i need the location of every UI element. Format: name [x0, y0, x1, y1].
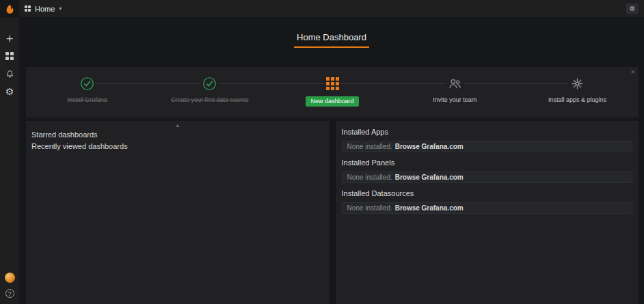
step-install-plugins[interactable]: Install apps & plugins [516, 67, 639, 118]
new-dashboard-badge: New dashboard [306, 96, 358, 107]
step-install-grafana[interactable]: Install Grafana [26, 67, 148, 118]
dashboard-content: Home Dashboard × Install Grafana [19, 17, 644, 304]
installed-panels-section: Installed Panels None installed. Browse … [342, 158, 633, 183]
close-icon[interactable]: × [631, 68, 635, 76]
dashboard-picker[interactable]: Home ▾ [25, 5, 62, 13]
alerting-bell-icon[interactable] [4, 68, 15, 79]
empty-text: None installed. [347, 143, 392, 150]
four-squares-icon [5, 52, 14, 60]
starred-dashboards-header: Starred dashboards [31, 130, 324, 139]
plugins-body: Installed Apps None installed. Browse Gr… [336, 121, 639, 225]
step-create-data-source[interactable]: Create your first data source [148, 67, 271, 118]
grafana-app: + ⚙ ? Home ▾ [0, 0, 644, 304]
user-avatar[interactable] [5, 273, 15, 283]
getting-started-panel: × Install Grafana [26, 67, 639, 118]
plugin-icon [568, 76, 587, 91]
dashboards-icon[interactable] [4, 51, 15, 61]
create-plus-icon[interactable]: + [4, 33, 15, 44]
browse-grafana-apps-link[interactable]: None installed. Browse Grafana.com [342, 141, 633, 152]
chevron-up-icon[interactable]: ▴ [172, 121, 183, 130]
browse-grafana-datasources-link[interactable]: None installed. Browse Grafana.com [342, 202, 633, 214]
section-title: Installed Datasources [342, 189, 633, 197]
installed-plugins-panel: Installed Apps None installed. Browse Gr… [336, 121, 639, 304]
chevron-down-icon: ▾ [59, 5, 62, 12]
browse-grafana-panels-link[interactable]: None installed. Browse Grafana.com [342, 171, 633, 183]
browse-link-text: Browse Grafana.com [395, 204, 464, 212]
grafana-flame-icon [4, 3, 16, 15]
page-title: Home Dashboard [294, 32, 369, 48]
installed-datasources-section: Installed Datasources None installed. Br… [342, 189, 633, 214]
installed-apps-section: Installed Apps None installed. Browse Gr… [342, 128, 633, 152]
step-label: Install Grafana [67, 96, 107, 103]
dashboard-grid-icon [324, 76, 341, 91]
dashboard-settings-button[interactable]: ⚙ [626, 3, 639, 14]
title-wrap: Home Dashboard [19, 17, 644, 48]
step-new-dashboard[interactable]: New dashboard [271, 67, 393, 118]
team-icon [446, 76, 464, 91]
main-column: Home ▾ ⚙ Home Dashboard × [19, 0, 644, 304]
empty-text: None installed. [347, 204, 392, 212]
grafana-logo[interactable] [0, 0, 19, 18]
section-title: Installed Panels [342, 158, 633, 167]
empty-text: None installed. [347, 174, 392, 181]
dashboards-grid-icon [25, 5, 31, 12]
sidebar-nav: + ⚙ [4, 33, 15, 97]
check-circle-icon [78, 76, 96, 91]
configuration-gear-icon[interactable]: ⚙ [4, 86, 15, 97]
step-invite-team[interactable]: Invite your team [394, 67, 516, 118]
step-label: Install apps & plugins [548, 96, 606, 103]
dashboards-panel: ▴ Starred dashboards Recently viewed das… [26, 121, 330, 304]
top-navbar: Home ▾ ⚙ [19, 0, 644, 17]
recent-dashboards-header: Recently viewed dashboards [31, 142, 324, 150]
step-label: Create your first data source [171, 96, 249, 103]
dashboard-picker-label: Home [35, 5, 55, 13]
check-circle-icon [200, 76, 219, 91]
step-label: Invite your team [433, 96, 477, 103]
browse-link-text: Browse Grafana.com [395, 174, 464, 181]
sidebar-bottom: ? [5, 273, 15, 304]
section-title: Installed Apps [342, 128, 633, 136]
getting-started-steps: Install Grafana Create your first data s… [26, 67, 639, 118]
bottom-panels: ▴ Starred dashboards Recently viewed das… [26, 121, 639, 304]
sidebar: + ⚙ ? [0, 0, 19, 304]
browse-link-text: Browse Grafana.com [395, 143, 464, 150]
help-icon[interactable]: ? [5, 289, 14, 298]
